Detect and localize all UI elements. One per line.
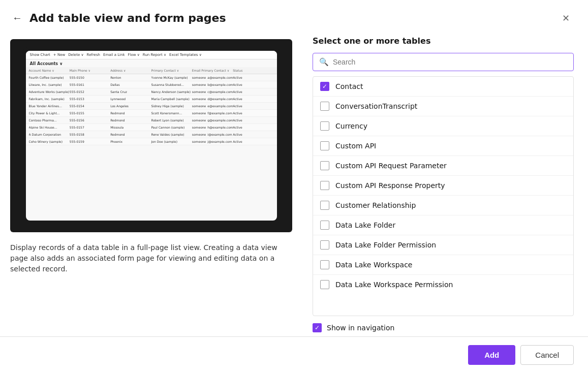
item-label-data-lake-folder: Data Lake Folder	[335, 221, 395, 229]
list-item-contact[interactable]: Contact	[313, 77, 573, 97]
search-box[interactable]: 🔍	[313, 53, 574, 71]
checkbox-data-lake-workspace[interactable]	[320, 260, 329, 269]
tablet-screen: Show Chart + New Delete ∨ Refresh Email …	[26, 51, 277, 221]
table-row: Contoso Pharma... 555-0156 Redmond Rober…	[26, 117, 277, 124]
item-label-custom-api-request: Custom API Request Parameter	[335, 162, 447, 170]
dialog-title: Add table view and form pages	[29, 12, 226, 24]
add-table-dialog: ← Add table view and form pages ✕ Show C…	[0, 0, 588, 373]
fake-refresh: Refresh	[87, 53, 100, 57]
col-account: Account Name ∨	[29, 69, 70, 72]
show-in-navigation-label: Show in navigation	[327, 324, 394, 332]
fake-excel: Excel Templates ∨	[169, 53, 202, 57]
panel-label: Select one or more tables	[313, 36, 574, 46]
col-email: Email Primary Contact ∨	[192, 69, 233, 72]
fake-toolbar: Show Chart + New Delete ∨ Refresh Email …	[26, 51, 277, 59]
checkbox-custom-api-request[interactable]	[320, 161, 329, 170]
checkbox-conversation-transcript[interactable]	[320, 102, 329, 111]
checkbox-data-lake-folder[interactable]	[320, 221, 329, 230]
list-item-data-lake-folder-permission[interactable]: Data Lake Folder Permission	[313, 235, 573, 255]
header-left: ← Add table view and form pages	[10, 10, 226, 26]
checkbox-customer-relationship[interactable]	[320, 201, 329, 210]
table-list[interactable]: Contact ConversationTranscript Currency …	[313, 76, 574, 316]
search-icon: 🔍	[319, 57, 329, 67]
table-row: Litware, Inc. (sample) 555-0161 Dallas S…	[26, 81, 277, 88]
right-panel: Select one or more tables 🔍 Contact Conv…	[313, 34, 574, 336]
item-label-contact: Contact	[335, 82, 363, 90]
table-row: Fourth Coffee (sample) 555-0150 Renton Y…	[26, 74, 277, 81]
list-item-data-lake-folder[interactable]: Data Lake Folder	[313, 215, 573, 235]
checkbox-data-lake-folder-permission[interactable]	[320, 240, 329, 250]
table-row: City Power & Light... 555-0155 Redmond S…	[26, 110, 277, 117]
fake-email: Email a Link	[103, 53, 125, 57]
item-label-conversation-transcript: ConversationTranscript	[335, 102, 417, 110]
fake-delete: Delete ∨	[68, 53, 83, 57]
list-item-customer-relationship[interactable]: Customer Relationship	[313, 196, 573, 215]
table-row: Blue Yonder Airlines... 555-0154 Los Ang…	[26, 103, 277, 110]
list-item-data-lake-workspace-permission[interactable]: Data Lake Workspace Permission	[313, 275, 573, 294]
col-address: Address ∨	[110, 69, 151, 72]
show-in-navigation-row[interactable]: Show in navigation	[313, 316, 574, 336]
list-item-custom-api-request[interactable]: Custom API Request Parameter	[313, 156, 573, 176]
back-button[interactable]: ←	[10, 10, 24, 26]
left-panel: Show Chart + New Delete ∨ Refresh Email …	[10, 34, 292, 336]
fake-show-chart: Show Chart	[30, 53, 50, 57]
item-label-data-lake-workspace: Data Lake Workspace	[335, 261, 412, 269]
fake-run-report: Run Report ∨	[143, 53, 166, 57]
item-label-data-lake-workspace-permission: Data Lake Workspace Permission	[335, 281, 453, 289]
item-label-customer-relationship: Customer Relationship	[335, 201, 416, 209]
description-text: Display records of a data table in a ful…	[10, 242, 292, 274]
table-row: Coho Winery (sample) 555-0159 Phoenix Jo…	[26, 138, 277, 145]
fake-table-heading: All Accounts ∨	[26, 59, 277, 67]
add-button[interactable]: Add	[468, 345, 515, 365]
list-item-custom-api[interactable]: Custom API	[313, 136, 573, 156]
fake-new: + New	[53, 53, 65, 57]
item-label-custom-api: Custom API	[335, 142, 376, 150]
table-row: Alpine Ski House... 555-0157 Missoula Pa…	[26, 124, 277, 131]
checkbox-custom-api-response[interactable]	[320, 181, 329, 190]
col-phone: Main Phone ∨	[70, 69, 110, 72]
preview-image: Show Chart + New Delete ∨ Refresh Email …	[10, 39, 292, 232]
search-input[interactable]	[333, 58, 567, 66]
list-item-currency[interactable]: Currency	[313, 116, 573, 136]
tablet-frame: Show Chart + New Delete ∨ Refresh Email …	[22, 47, 281, 225]
checkbox-contact[interactable]	[320, 82, 329, 91]
table-row: Fabrikam, Inc. (sample) 555-0153 Lynnwoo…	[26, 96, 277, 103]
dialog-header: ← Add table view and form pages ✕	[0, 0, 588, 34]
checkbox-data-lake-workspace-permission[interactable]	[320, 280, 329, 289]
close-button[interactable]: ✕	[558, 12, 574, 25]
dialog-footer: Add Cancel	[0, 336, 588, 373]
fake-flow: Flow ∨	[128, 53, 140, 57]
col-contact: Primary Contact ∨	[151, 69, 192, 72]
show-in-navigation-checkbox[interactable]	[313, 323, 322, 332]
checkbox-currency[interactable]	[320, 121, 329, 131]
table-row: Adventure Works (sample) 555-0152 Santa …	[26, 88, 277, 96]
table-row: A Datum Corporation 555-0158 Redmond Ren…	[26, 131, 277, 138]
item-label-custom-api-response: Custom API Response Property	[335, 181, 445, 190]
cancel-button[interactable]: Cancel	[520, 345, 574, 365]
list-item-custom-api-response[interactable]: Custom API Response Property	[313, 176, 573, 196]
list-item-conversation-transcript[interactable]: ConversationTranscript	[313, 97, 573, 116]
checkbox-custom-api[interactable]	[320, 141, 329, 150]
item-label-data-lake-folder-permission: Data Lake Folder Permission	[335, 241, 436, 249]
list-item-data-lake-workspace[interactable]: Data Lake Workspace	[313, 255, 573, 275]
fake-table-header: Account Name ∨ Main Phone ∨ Address ∨ Pr…	[26, 67, 277, 74]
dialog-body: Show Chart + New Delete ∨ Refresh Email …	[0, 34, 588, 336]
col-status: Status	[233, 69, 273, 72]
item-label-currency: Currency	[335, 122, 367, 130]
